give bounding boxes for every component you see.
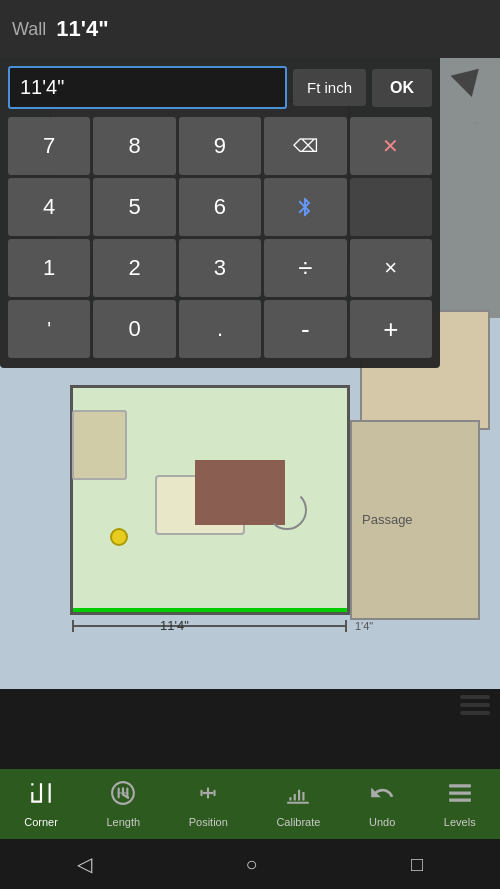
calculator: Ft inch OK 7 8 9 ⌫ ✕ 4 5 6 1 2 3 ÷ × ' 0… bbox=[0, 58, 440, 368]
key-9[interactable]: 9 bbox=[179, 117, 261, 175]
hamburger-line-1 bbox=[460, 695, 490, 699]
key-close[interactable]: ✕ bbox=[350, 117, 432, 175]
meas-right: 7' bbox=[472, 120, 480, 132]
key-6[interactable]: 6 bbox=[179, 178, 261, 236]
corner-label: Corner bbox=[24, 816, 58, 828]
unit-button[interactable]: Ft inch bbox=[293, 69, 366, 106]
key-3[interactable]: 3 bbox=[179, 239, 261, 297]
room-green-border bbox=[73, 608, 347, 612]
key-0[interactable]: 0 bbox=[93, 300, 175, 358]
key-apostrophe[interactable]: ' bbox=[8, 300, 90, 358]
key-multiply[interactable]: × bbox=[350, 239, 432, 297]
brown-furniture bbox=[195, 460, 285, 525]
undo-icon bbox=[369, 780, 395, 812]
key-2[interactable]: 2 bbox=[93, 239, 175, 297]
position-label: Position bbox=[189, 816, 228, 828]
svg-rect-3 bbox=[214, 790, 216, 797]
key-backspace[interactable]: ⌫ bbox=[264, 117, 346, 175]
key-empty bbox=[350, 178, 432, 236]
hamburger-line-2 bbox=[460, 703, 490, 707]
hamburger-line-3 bbox=[460, 711, 490, 715]
toolbar-corner[interactable]: Corner bbox=[24, 780, 58, 828]
toolbar-levels[interactable]: Levels bbox=[444, 780, 476, 828]
key-divide[interactable]: ÷ bbox=[264, 239, 346, 297]
key-8[interactable]: 8 bbox=[93, 117, 175, 175]
key-7[interactable]: 7 bbox=[8, 117, 90, 175]
length-label: Length bbox=[106, 816, 140, 828]
dimension-label: 11'4" bbox=[160, 618, 189, 633]
wall-value: 11'4" bbox=[56, 16, 108, 42]
keypad: 7 8 9 ⌫ ✕ 4 5 6 1 2 3 ÷ × ' 0 . - + bbox=[0, 113, 440, 368]
passage-label: Passage bbox=[362, 512, 413, 527]
undo-label: Undo bbox=[369, 816, 395, 828]
toolbar-undo[interactable]: Undo bbox=[369, 780, 395, 828]
dimension-line bbox=[72, 625, 347, 627]
passage-area: Passage bbox=[350, 420, 480, 620]
corner-icon bbox=[28, 780, 54, 812]
home-button[interactable]: ○ bbox=[245, 853, 257, 876]
dimension-label-right: 1'4" bbox=[355, 620, 373, 632]
length-icon bbox=[110, 780, 136, 812]
hamburger-menu[interactable] bbox=[460, 695, 490, 715]
calibrate-icon bbox=[285, 780, 311, 812]
calc-input[interactable] bbox=[8, 66, 287, 109]
ok-button[interactable]: OK bbox=[372, 69, 432, 107]
back-button[interactable]: ◁ bbox=[77, 852, 92, 876]
furniture-left bbox=[72, 410, 127, 480]
position-icon bbox=[195, 780, 221, 812]
key-bluetooth[interactable] bbox=[264, 178, 346, 236]
calc-input-row: Ft inch OK bbox=[0, 58, 440, 113]
key-dot[interactable]: . bbox=[179, 300, 261, 358]
top-bar: Wall 11'4" bbox=[0, 0, 500, 58]
levels-label: Levels bbox=[444, 816, 476, 828]
nav-bar: ◁ ○ □ bbox=[0, 839, 500, 889]
toolbar-position[interactable]: Position bbox=[189, 780, 228, 828]
levels-icon bbox=[447, 780, 473, 812]
recents-button[interactable]: □ bbox=[411, 853, 423, 876]
wall-label: Wall bbox=[12, 19, 46, 40]
bottom-toolbar: Corner Length Position bbox=[0, 769, 500, 839]
yellow-marker bbox=[110, 528, 128, 546]
key-4[interactable]: 4 bbox=[8, 178, 90, 236]
key-5[interactable]: 5 bbox=[93, 178, 175, 236]
toolbar-length[interactable]: Length bbox=[106, 780, 140, 828]
toolbar-calibrate[interactable]: Calibrate bbox=[276, 780, 320, 828]
svg-rect-1 bbox=[127, 788, 129, 799]
calibrate-label: Calibrate bbox=[276, 816, 320, 828]
key-plus[interactable]: + bbox=[350, 300, 432, 358]
svg-rect-2 bbox=[201, 790, 203, 797]
svg-rect-0 bbox=[118, 788, 120, 799]
key-1[interactable]: 1 bbox=[8, 239, 90, 297]
key-minus[interactable]: - bbox=[264, 300, 346, 358]
